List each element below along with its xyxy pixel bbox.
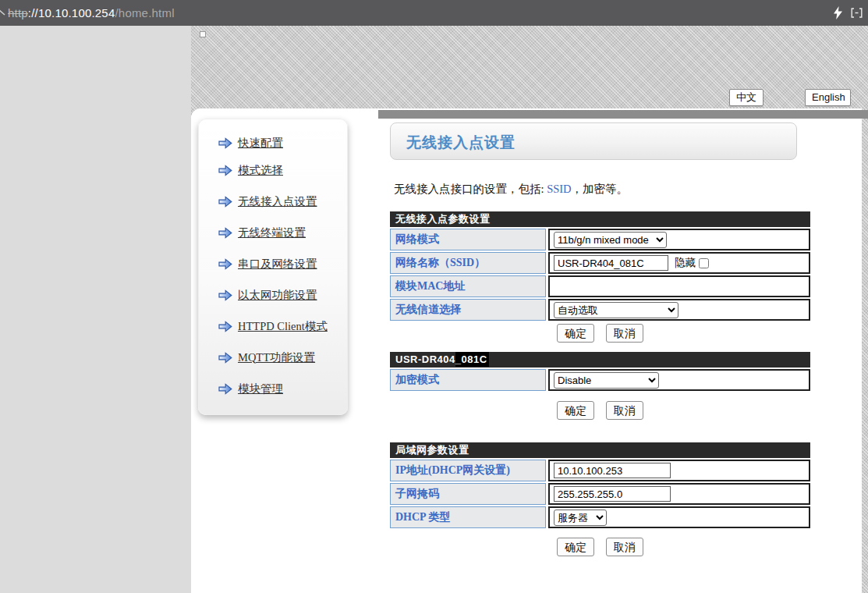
sidebar-item-ethernet[interactable]: 以太网功能设置 bbox=[218, 287, 317, 303]
description-text: 无线接入点接口的设置，包括: bbox=[394, 183, 547, 195]
sidebar-link[interactable]: 模式选择 bbox=[238, 163, 283, 178]
sidebar-link[interactable]: 快速配置 bbox=[238, 136, 283, 151]
browser-address-bar[interactable]: http://10.10.100.254/home.html bbox=[0, 0, 868, 26]
cancel-button[interactable]: 取消 bbox=[606, 538, 643, 556]
dhcp-type-select[interactable]: 服务器 bbox=[554, 510, 607, 526]
sidebar-link[interactable]: 模块管理 bbox=[238, 382, 283, 396]
url-scheme: http bbox=[8, 6, 28, 20]
header-divider-bar bbox=[378, 110, 868, 119]
table-row: 子网掩码 bbox=[390, 483, 810, 505]
ip-address-input[interactable] bbox=[554, 463, 671, 478]
mac-address-cell bbox=[548, 275, 810, 297]
table-row: 加密模式 Disable bbox=[390, 369, 810, 391]
url-path: /home.html bbox=[115, 6, 174, 20]
channel-select[interactable]: 自动选取 bbox=[554, 302, 678, 318]
subnet-mask-cell bbox=[548, 483, 810, 505]
arrow-right-icon bbox=[218, 165, 232, 176]
sidebar-item-httpd-client[interactable]: HTTPD Client模式 bbox=[218, 318, 328, 334]
ok-button[interactable]: 确定 bbox=[557, 538, 594, 556]
sidebar-link[interactable]: HTTPD Client模式 bbox=[238, 319, 328, 334]
hide-ssid-label: 隐藏 bbox=[675, 256, 696, 270]
description-text-suffix: ，加密等。 bbox=[572, 183, 629, 195]
url-text[interactable]: http://10.10.100.254/home.html bbox=[8, 0, 175, 26]
ssid-cell: 隐藏 bbox=[548, 252, 810, 274]
table-row: 网络名称（SSID） 隐藏 bbox=[390, 252, 810, 274]
lang-chinese-button[interactable]: 中文 bbox=[729, 89, 763, 106]
sidebar-item-quick-config[interactable]: 快速配置 bbox=[218, 135, 283, 151]
screen: http://10.10.100.254/home.html 中文 Englis… bbox=[0, 0, 868, 593]
lightning-icon[interactable] bbox=[833, 6, 843, 20]
description-ssid: SSID bbox=[547, 183, 571, 195]
network-mode-cell: 11b/g/n mixed mode bbox=[548, 229, 810, 250]
broken-image-icon bbox=[200, 31, 206, 37]
arrow-right-icon bbox=[218, 321, 232, 332]
network-mode-select[interactable]: 11b/g/n mixed mode bbox=[554, 232, 667, 248]
encryption-mode-label: 加密模式 bbox=[390, 369, 546, 391]
sidebar-link[interactable]: MQTT功能设置 bbox=[238, 350, 315, 365]
ap-buttons: 确定 取消 bbox=[390, 324, 810, 343]
page-description: 无线接入点接口的设置，包括: SSID，加密等。 bbox=[394, 182, 628, 197]
partial-icon bbox=[0, 8, 7, 17]
encryption-mode-select[interactable]: Disable bbox=[554, 372, 659, 389]
security-buttons: 确定 取消 bbox=[390, 401, 810, 420]
url-host: ://10.10.100.254 bbox=[28, 6, 115, 20]
ip-address-cell bbox=[548, 460, 810, 481]
page-title: 无线接入点设置 bbox=[406, 133, 515, 153]
channel-cell: 自动选取 bbox=[548, 299, 810, 321]
ssid-input[interactable] bbox=[554, 255, 668, 271]
sidebar-link[interactable]: 以太网功能设置 bbox=[238, 288, 317, 303]
sidebar-menu: 快速配置 模式选择 无线接入点设置 无线终端设置 串口及网络设置 以太网功能设置… bbox=[198, 119, 348, 415]
security-table: USR-DR404_081C 加密模式 Disable bbox=[390, 352, 810, 391]
table-row: IP地址(DHCP网关设置) bbox=[390, 460, 810, 481]
ok-button[interactable]: 确定 bbox=[557, 401, 594, 420]
dhcp-type-cell: 服务器 bbox=[548, 506, 810, 528]
lang-english-button[interactable]: English bbox=[805, 89, 851, 106]
network-mode-label: 网络模式 bbox=[390, 229, 546, 250]
cancel-button[interactable]: 取消 bbox=[606, 324, 643, 343]
sidebar-item-module-mgmt[interactable]: 模块管理 bbox=[218, 381, 283, 396]
table-row: 无线信道选择 自动选取 bbox=[390, 299, 810, 321]
sidebar-item-wireless-ap[interactable]: 无线接入点设置 bbox=[218, 194, 317, 209]
encryption-mode-cell: Disable bbox=[548, 369, 810, 391]
arrow-right-icon bbox=[218, 137, 232, 149]
security-table-header: USR-DR404_081C bbox=[390, 352, 810, 368]
page-title-box: 无线接入点设置 bbox=[390, 123, 797, 160]
sidebar-link[interactable]: 无线接入点设置 bbox=[238, 194, 317, 209]
sidebar-link[interactable]: 无线终端设置 bbox=[238, 225, 306, 240]
sidebar-item-mqtt[interactable]: MQTT功能设置 bbox=[218, 350, 315, 365]
ap-params-table: 无线接入点参数设置 网络模式 11b/g/n mixed mode 网络名称（S… bbox=[390, 211, 810, 321]
sidebar-item-serial-network[interactable]: 串口及网络设置 bbox=[218, 256, 317, 272]
sidebar-item-mode-select[interactable]: 模式选择 bbox=[218, 162, 283, 178]
dhcp-type-label: DHCP 类型 bbox=[390, 506, 546, 528]
ssid-suffix-text: _081C bbox=[455, 352, 489, 367]
ip-address-label: IP地址(DHCP网关设置) bbox=[390, 460, 546, 481]
sidebar-link[interactable]: 串口及网络设置 bbox=[238, 257, 317, 272]
arrow-right-icon bbox=[218, 196, 232, 208]
lan-table-header: 局域网参数设置 bbox=[390, 442, 810, 458]
ok-button[interactable]: 确定 bbox=[557, 324, 594, 343]
mac-address-label: 模块MAC地址 bbox=[390, 275, 546, 297]
arrow-right-icon bbox=[218, 289, 232, 301]
ssid-label: 网络名称（SSID） bbox=[390, 252, 546, 274]
subnet-mask-label: 子网掩码 bbox=[390, 483, 546, 505]
subnet-mask-input[interactable] bbox=[554, 486, 671, 502]
arrow-right-icon bbox=[218, 352, 232, 364]
ap-table-header: 无线接入点参数设置 bbox=[390, 211, 810, 227]
lan-params-table: 局域网参数设置 IP地址(DHCP网关设置) 子网掩码 DHCP 类型 服务器 bbox=[390, 442, 810, 528]
table-row: DHCP 类型 服务器 bbox=[390, 506, 810, 528]
fullscreen-icon[interactable] bbox=[851, 8, 863, 18]
table-row: 模块MAC地址 bbox=[390, 275, 810, 297]
lan-buttons: 确定 取消 bbox=[390, 538, 810, 556]
arrow-right-icon bbox=[218, 258, 232, 270]
channel-label: 无线信道选择 bbox=[390, 299, 546, 321]
ssid-name-text: USR-DR404 bbox=[395, 353, 455, 365]
hide-ssid-checkbox[interactable] bbox=[699, 258, 709, 268]
sidebar-item-wireless-sta[interactable]: 无线终端设置 bbox=[218, 225, 306, 240]
arrow-right-icon bbox=[218, 227, 232, 239]
page-left-margin bbox=[0, 26, 191, 593]
table-row: 网络模式 11b/g/n mixed mode bbox=[390, 229, 810, 250]
cancel-button[interactable]: 取消 bbox=[606, 401, 643, 420]
arrow-right-icon bbox=[218, 383, 232, 395]
